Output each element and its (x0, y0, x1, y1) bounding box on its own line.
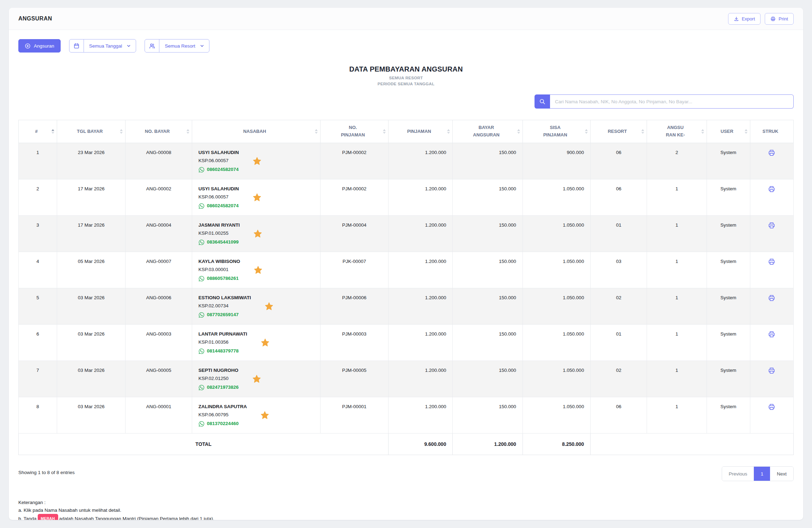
column-header-pinjaman[interactable]: PINJAMAN (389, 120, 453, 143)
cell-user: System (707, 143, 750, 179)
nasabah-phone-number: 083645441099 (207, 239, 239, 246)
column-header-nasabah[interactable]: NASABAH (192, 120, 320, 143)
nasabah-name-link[interactable]: KAYLA WIBISONO (199, 258, 240, 265)
nasabah-whatsapp-link[interactable]: 081448379778 (199, 348, 247, 355)
column-header-sisa_pinjaman[interactable]: SISAPINJAMAN (523, 120, 591, 143)
nasabah-whatsapp-link[interactable]: 088605786261 (199, 275, 240, 282)
print-struk-button[interactable] (768, 222, 775, 229)
nasabah-whatsapp-link[interactable]: 087702659147 (199, 311, 251, 318)
print-struk-button[interactable] (768, 367, 775, 374)
print-struk-button[interactable] (768, 185, 775, 193)
cell-resort: 03 (591, 252, 647, 288)
column-header-no_pinjaman[interactable]: NO.PINJAMAN (320, 120, 388, 143)
print-struk-button[interactable] (768, 331, 775, 338)
download-icon (734, 16, 739, 22)
pagination: Previous 1 Next (722, 466, 794, 481)
nasabah-member-no: KSP.01.00356 (199, 339, 247, 346)
report-title: DATA PEMBAYARAN ANGSURAN (18, 65, 794, 73)
column-header-resort[interactable]: RESORT (591, 120, 647, 143)
card-header: ANGSURAN Export Print (9, 8, 803, 30)
total-label: TOTAL (19, 434, 389, 455)
nasabah-name-link[interactable]: ZALINDRA SAPUTRA (199, 403, 247, 410)
column-label: NO.PINJAMAN (341, 125, 365, 137)
nasabah-whatsapp-link[interactable]: 082471973826 (199, 384, 239, 391)
column-header-no[interactable]: # (19, 120, 57, 143)
column-label: PINJAMAN (407, 129, 431, 134)
calendar-icon (69, 39, 84, 52)
column-header-struk: STRUK (750, 120, 793, 143)
priority-star-icon (253, 229, 262, 238)
total-bayar-angsuran: 1.200.000 (453, 434, 523, 455)
pagination-previous-button[interactable]: Previous (722, 467, 754, 481)
nasabah-whatsapp-link[interactable]: 081370224460 (199, 420, 247, 427)
cell-pinjaman: 1.200.000 (389, 252, 453, 288)
sort-arrows-icon (315, 129, 318, 134)
cell-struk (750, 216, 793, 252)
cell-resort: 02 (591, 361, 647, 397)
cell-no-pinjaman: PJM-00001 (320, 397, 388, 434)
whatsapp-icon (199, 348, 204, 354)
pagination-next-button[interactable]: Next (770, 467, 793, 481)
sort-arrows-icon (641, 129, 644, 134)
column-header-no_bayar[interactable]: NO. BAYAR (126, 120, 192, 143)
report-header: DATA PEMBAYARAN ANGSURAN SEMUA RESORT PE… (18, 65, 794, 86)
cell-pinjaman: 1.200.000 (389, 361, 453, 397)
print-struk-button[interactable] (768, 258, 775, 265)
add-angsuran-button[interactable]: Angsuran (18, 39, 61, 53)
table-footer: Showing 1 to 8 of 8 entries Previous 1 N… (18, 466, 794, 481)
cell-sisa-pinjaman: 1.050.000 (523, 288, 591, 325)
plus-circle-icon (25, 43, 31, 49)
toolbar: Angsuran Semua Tanggal Semua Resort (18, 39, 794, 53)
total-sisa-pinjaman: 8.250.000 (523, 434, 591, 455)
cell-sisa-pinjaman: 1.050.000 (523, 252, 591, 288)
nasabah-name-link[interactable]: JASMANI RIYANTI (199, 222, 240, 229)
priority-star-icon (261, 338, 270, 347)
priority-star-icon (252, 156, 262, 166)
column-header-tgl_bayar[interactable]: TGL BAYAR (57, 120, 125, 143)
resort-filter-dropdown[interactable]: Semua Resort (145, 39, 209, 53)
showing-entries-text: Showing 1 to 8 of 8 entries (18, 470, 75, 475)
column-header-angsuran_ke[interactable]: ANGSURAN KE- (647, 120, 707, 143)
whatsapp-icon (199, 276, 204, 282)
add-angsuran-label: Angsuran (34, 43, 54, 49)
search-box (535, 94, 794, 109)
print-struk-button[interactable] (768, 294, 775, 302)
search-button[interactable] (535, 94, 550, 109)
sort-arrows-icon (120, 129, 123, 134)
date-filter-dropdown[interactable]: Semua Tanggal (69, 39, 136, 53)
nasabah-phone-number: 082471973826 (207, 384, 239, 391)
export-button[interactable]: Export (728, 13, 761, 25)
print-button[interactable]: Print (765, 13, 794, 25)
cell-pinjaman: 1.200.000 (389, 397, 453, 434)
print-struk-button[interactable] (768, 403, 775, 411)
nasabah-whatsapp-link[interactable]: 086024582074 (199, 166, 239, 173)
cell-struk (750, 325, 793, 361)
nasabah-phone-number: 081370224460 (207, 420, 239, 427)
print-struk-button[interactable] (768, 149, 775, 156)
cell-no-pinjaman: PJM-00002 (320, 179, 388, 216)
total-row: TOTAL9.600.0001.200.0008.250.000 (19, 434, 794, 455)
cell-no-pinjaman: PJM-00002 (320, 143, 388, 179)
cell-no-bayar: ANG-00006 (126, 288, 192, 325)
table-row: 405 Mar 2026ANG-00007KAYLA WIBISONOKSP.0… (19, 252, 794, 288)
pagination-page-1-button[interactable]: 1 (754, 467, 770, 481)
nasabah-name-link[interactable]: USYI SALAHUDIN (199, 149, 239, 156)
cell-angsuran-ke: 1 (647, 216, 707, 252)
cell-no-bayar: ANG-00002 (126, 179, 192, 216)
chevron-down-icon (126, 43, 136, 48)
nasabah-name-link[interactable]: USYI SALAHUDIN (199, 185, 239, 192)
cell-user: System (707, 216, 750, 252)
cell-resort: 01 (591, 325, 647, 361)
column-header-user[interactable]: USER (707, 120, 750, 143)
nasabah-member-no: KSP.02.01250 (199, 375, 239, 382)
nasabah-name-link[interactable]: LANTAR PURNAWATI (199, 331, 247, 338)
cell-resort: 06 (591, 179, 647, 216)
search-input[interactable] (550, 94, 794, 109)
nasabah-name-link[interactable]: SEPTI NUGROHO (199, 367, 239, 374)
nasabah-name-link[interactable]: ESTIONO LAKSMIWATI (199, 294, 251, 301)
keterangan-line-b-suffix: adalah Nasabah Tanggungan Mantri (Pinjam… (59, 516, 214, 520)
nasabah-whatsapp-link[interactable]: 086024582074 (199, 202, 239, 209)
column-label: NASABAH (243, 129, 266, 134)
nasabah-whatsapp-link[interactable]: 083645441099 (199, 239, 240, 246)
column-header-bayar_angsuran[interactable]: BAYARANGSURAN (453, 120, 523, 143)
